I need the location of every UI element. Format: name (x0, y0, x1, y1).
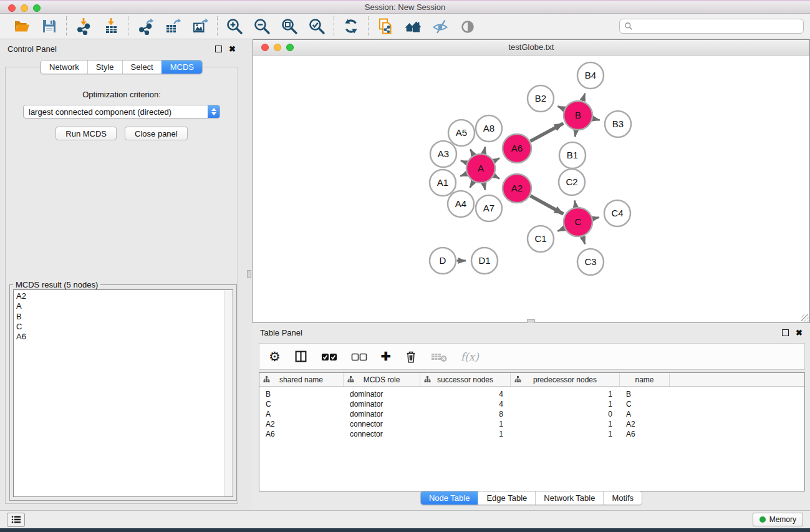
column-header-shared-name[interactable]: shared name (259, 373, 344, 386)
table-cell[interactable]: B (259, 390, 344, 399)
node-table[interactable]: shared nameMCDS rolesuccessor nodesprede… (259, 372, 805, 491)
table-row[interactable]: Bdominator41B (259, 389, 804, 399)
edge-A2-C[interactable] (531, 196, 564, 214)
network-canvas[interactable]: AA1A2A3A4A5A6A7A8BB1B2B3B4CC1C2C3C4DD1 (253, 56, 809, 322)
table-cell[interactable]: 1 (511, 400, 620, 409)
table-cell[interactable]: 1 (420, 430, 511, 438)
column-layout-icon[interactable] (294, 350, 307, 363)
home-icon[interactable] (404, 17, 422, 35)
edge-C-C2[interactable] (575, 201, 576, 207)
table-cell[interactable]: 1 (511, 390, 620, 399)
zoom-network-window-icon[interactable] (286, 44, 294, 51)
tab-network-table[interactable]: Network Table (535, 491, 603, 505)
search-input[interactable] (636, 21, 799, 32)
close-window-icon[interactable] (8, 4, 16, 12)
settings-gear-icon[interactable]: ⚙ (269, 350, 281, 363)
edge-A-A6[interactable] (494, 158, 500, 162)
mcds-result-list[interactable]: A2ABCA6 (13, 289, 233, 497)
table-row[interactable]: A2connector11A2 (259, 419, 804, 429)
result-list-item[interactable]: A2 (16, 291, 224, 301)
close-table-panel-icon[interactable]: ✖ (796, 329, 803, 337)
copy-network-file-icon[interactable] (377, 17, 394, 35)
zoom-out-icon[interactable] (253, 17, 271, 35)
table-cell[interactable]: 4 (420, 400, 511, 409)
tab-edge-table[interactable]: Edge Table (478, 491, 535, 505)
table-cell[interactable]: connector (344, 420, 420, 428)
edge-A-A2[interactable] (494, 176, 500, 179)
table-cell[interactable]: 8 (420, 410, 511, 418)
table-cell[interactable]: dominator (344, 400, 420, 409)
tab-select[interactable]: Select (122, 60, 162, 74)
result-list-item[interactable]: A (16, 301, 224, 311)
column-header-name[interactable]: name (620, 373, 670, 386)
export-table-icon[interactable] (164, 17, 181, 35)
table-cell[interactable]: A2 (620, 420, 670, 428)
table-cell[interactable]: connector (344, 430, 420, 438)
edge-A6-B[interactable] (531, 123, 564, 142)
table-cell[interactable]: A (259, 410, 344, 418)
table-cell[interactable]: A6 (620, 430, 670, 438)
memory-button[interactable]: Memory (753, 513, 803, 526)
table-cell[interactable]: A6 (259, 430, 344, 438)
table-cell[interactable]: A (620, 410, 670, 418)
edge-B-B1[interactable] (575, 130, 576, 137)
table-row[interactable]: A6connector11A6 (259, 429, 804, 439)
deselect-all-checkboxes-icon[interactable] (351, 352, 367, 362)
table-cell[interactable]: 4 (420, 390, 511, 399)
edge-B-B2[interactable] (557, 106, 564, 109)
close-network-window-icon[interactable] (261, 44, 269, 51)
table-cell[interactable]: B (620, 390, 670, 399)
resize-corner-handle[interactable] (801, 314, 809, 322)
edge-A-A1[interactable] (460, 174, 466, 177)
minimize-network-window-icon[interactable] (274, 44, 281, 51)
export-network-icon[interactable] (137, 17, 154, 35)
close-panel-button[interactable]: Close panel (125, 127, 188, 140)
column-header-successor-nodes[interactable]: successor nodes (420, 373, 511, 386)
zoom-in-icon[interactable] (226, 17, 243, 35)
table-cell[interactable]: 1 (511, 430, 620, 438)
network-graph[interactable]: AA1A2A3A4A5A6A7A8BB1B2B3B4CC1C2C3C4DD1 (253, 56, 809, 322)
table-cell[interactable]: A2 (259, 420, 344, 428)
result-list-scrollbar[interactable] (224, 290, 233, 496)
delete-column-icon[interactable] (405, 350, 417, 364)
result-list-item[interactable]: B (16, 312, 224, 322)
export-image-icon[interactable] (191, 17, 209, 35)
save-icon[interactable] (41, 17, 58, 35)
tab-network[interactable]: Network (41, 60, 87, 74)
edge-B-B4[interactable] (582, 94, 585, 101)
import-network-icon[interactable] (75, 17, 92, 35)
edge-A-A8[interactable] (484, 147, 485, 153)
edge-A-A4[interactable] (470, 181, 473, 187)
table-cell[interactable]: dominator (344, 390, 420, 399)
table-cell[interactable]: 0 (511, 410, 620, 418)
minimize-window-icon[interactable] (21, 4, 28, 12)
table-cell[interactable]: C (620, 400, 670, 409)
edge-A-A7[interactable] (484, 183, 485, 190)
run-mcds-button[interactable]: Run MCDS (55, 127, 117, 140)
task-history-button[interactable] (7, 513, 25, 527)
table-row[interactable]: Cdominator41C (259, 399, 804, 409)
table-cell[interactable]: 1 (420, 420, 511, 428)
import-table-icon[interactable] (102, 17, 120, 35)
tab-motifs[interactable]: Motifs (603, 491, 642, 505)
result-list-item[interactable]: C (16, 322, 224, 332)
zoom-selected-icon[interactable] (308, 17, 325, 35)
search-box[interactable] (619, 19, 804, 34)
edge-A-A5[interactable] (470, 149, 473, 155)
edge-B-B3[interactable] (593, 118, 600, 120)
zoom-window-icon[interactable] (33, 4, 41, 12)
float-panel-icon[interactable] (215, 46, 222, 52)
column-header-MCDS-role[interactable]: MCDS role (344, 373, 420, 386)
vertical-splitter-handle[interactable] (247, 270, 251, 278)
refresh-icon[interactable] (342, 17, 360, 35)
preview-eye-icon[interactable] (459, 17, 476, 35)
table-cell[interactable]: dominator (344, 410, 420, 418)
select-all-checkboxes-icon[interactable] (321, 352, 337, 362)
add-column-icon[interactable]: ✚ (381, 351, 391, 362)
tab-style[interactable]: Style (87, 60, 122, 74)
edge-A-A3[interactable] (461, 161, 466, 163)
edge-C-C4[interactable] (593, 218, 599, 219)
hide-eye-icon[interactable] (432, 17, 449, 35)
tab-mcds[interactable]: MCDS (162, 60, 202, 74)
zoom-fit-icon[interactable] (281, 17, 298, 35)
